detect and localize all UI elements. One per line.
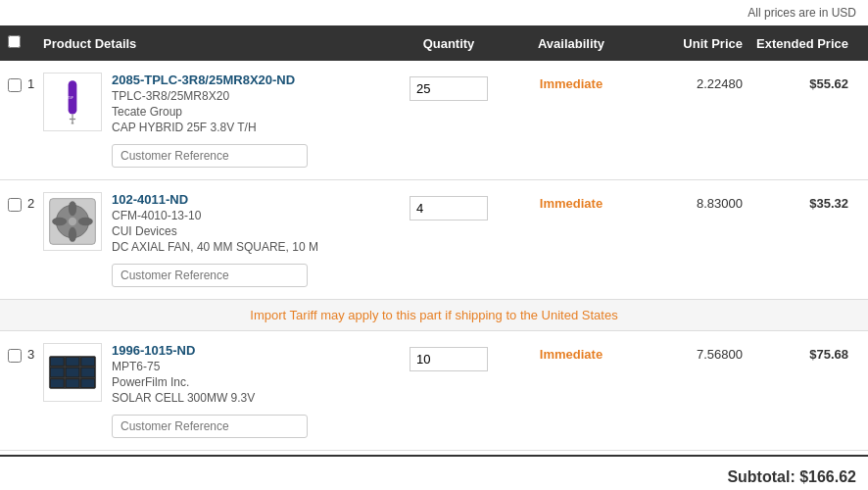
row-product-2: 102-4011-ND CFM-4010-13-10 CUI Devices D… <box>43 192 390 287</box>
header-ext: Extended Price <box>743 36 860 51</box>
product-image-3 <box>43 343 102 402</box>
avail-status-1: Immediate <box>540 76 603 91</box>
svg-rect-22 <box>81 368 94 377</box>
product-sku-1: TPLC-3R8/25MR8X20 <box>112 89 390 103</box>
qty-input-3[interactable] <box>410 347 488 371</box>
select-all-checkbox[interactable] <box>8 35 21 48</box>
table-row: 2 102-4011-ND CFM-4010-13-10 CUI Devices… <box>0 180 868 300</box>
subtotal-bar: Subtotal: $166.62 <box>0 455 868 490</box>
svg-point-7 <box>69 218 76 225</box>
row-num-3: 3 <box>27 347 34 362</box>
row-unit-2: 8.83000 <box>635 192 743 211</box>
table-body: 1 25F 2085-TPLC-3R8/25MR8X20-ND TPLC-3R8… <box>0 61 868 451</box>
customer-ref-input-3[interactable] <box>112 415 308 438</box>
product-mfg-3: PowerFilm Inc. <box>112 375 390 389</box>
row-ext-2: $35.32 <box>743 192 860 211</box>
tariff-notice: Import Tariff may apply to this part if … <box>0 300 868 331</box>
product-sku-2: CFM-4010-13-10 <box>112 209 390 222</box>
product-info-3: 1996-1015-ND MPT6-75 PowerFilm Inc. SOLA… <box>112 343 390 438</box>
row-unit-3: 7.56800 <box>635 343 743 362</box>
row-checkbox-1[interactable] <box>8 78 22 92</box>
svg-point-9 <box>78 218 93 225</box>
svg-point-11 <box>52 218 67 225</box>
currency-text: All prices are in USD <box>747 6 856 20</box>
product-link-2[interactable]: 102-4011-ND <box>112 192 188 207</box>
product-link-3[interactable]: 1996-1015-ND <box>112 343 195 358</box>
row-check-3: 3 <box>8 343 43 363</box>
row-check-2: 2 <box>8 192 43 212</box>
qty-input-1[interactable] <box>410 76 488 101</box>
product-desc-2: DC AXIAL FAN, 40 MM SQUARE, 10 M <box>112 240 390 254</box>
row-checkbox-3[interactable] <box>8 349 22 363</box>
product-image-2 <box>43 192 102 251</box>
avail-status-2: Immediate <box>540 196 603 211</box>
customer-ref-input-2[interactable] <box>112 264 308 287</box>
svg-rect-20 <box>51 368 64 377</box>
svg-rect-21 <box>67 368 79 377</box>
svg-point-8 <box>69 201 76 216</box>
svg-rect-25 <box>81 379 94 387</box>
row-check-1: 1 <box>8 73 43 92</box>
product-info-2: 102-4011-ND CFM-4010-13-10 CUI Devices D… <box>112 192 390 287</box>
row-qty-2 <box>390 192 507 220</box>
product-link-1[interactable]: 2085-TPLC-3R8/25MR8X20-ND <box>112 73 295 87</box>
row-avail-2: Immediate <box>507 192 635 211</box>
table-header: Product Details Quantity Availability Un… <box>0 25 868 61</box>
header-product: Product Details <box>43 36 390 51</box>
svg-rect-19 <box>81 358 94 366</box>
row-avail-1: Immediate <box>507 73 635 91</box>
row-qty-1 <box>390 73 507 101</box>
header-unit: Unit Price <box>635 36 743 51</box>
svg-text:25F: 25F <box>67 95 74 100</box>
svg-point-10 <box>69 227 76 242</box>
svg-rect-24 <box>67 379 79 387</box>
customer-ref-input-1[interactable] <box>112 144 308 168</box>
table-row: 1 25F 2085-TPLC-3R8/25MR8X20-ND TPLC-3R8… <box>0 61 868 180</box>
svg-rect-23 <box>51 379 64 387</box>
product-info-1: 2085-TPLC-3R8/25MR8X20-ND TPLC-3R8/25MR8… <box>112 73 390 168</box>
currency-notice: All prices are in USD <box>0 0 868 25</box>
product-desc-3: SOLAR CELL 300MW 9.3V <box>112 391 390 405</box>
row-product-3: 1996-1015-ND MPT6-75 PowerFilm Inc. SOLA… <box>43 343 390 438</box>
row-checkbox-2[interactable] <box>8 198 22 212</box>
row-ext-3: $75.68 <box>743 343 860 362</box>
header-avail: Availability <box>507 36 635 51</box>
product-mfg-1: Tecate Group <box>112 105 390 119</box>
row-product-1: 25F 2085-TPLC-3R8/25MR8X20-ND TPLC-3R8/2… <box>43 73 390 168</box>
product-sku-3: MPT6-75 <box>112 360 390 373</box>
row-avail-3: Immediate <box>507 343 635 362</box>
header-qty: Quantity <box>390 36 507 51</box>
product-desc-1: CAP HYBRID 25F 3.8V T/H <box>112 121 390 134</box>
row-qty-3 <box>390 343 507 371</box>
qty-input-2[interactable] <box>410 196 488 220</box>
row-unit-1: 2.22480 <box>635 73 743 91</box>
header-check[interactable] <box>8 35 43 51</box>
subtotal-label: Subtotal: $166.62 <box>727 468 856 486</box>
product-image-1: 25F <box>43 73 102 131</box>
row-ext-1: $55.62 <box>743 73 860 91</box>
table-row: 3 1996-1015-ND MPT6-75 PowerFilm <box>0 331 868 451</box>
svg-rect-18 <box>67 358 79 366</box>
avail-status-3: Immediate <box>540 347 603 362</box>
product-mfg-2: CUI Devices <box>112 224 390 238</box>
row-num-2: 2 <box>27 196 34 211</box>
row-num-1: 1 <box>27 76 34 91</box>
svg-rect-17 <box>51 358 64 366</box>
